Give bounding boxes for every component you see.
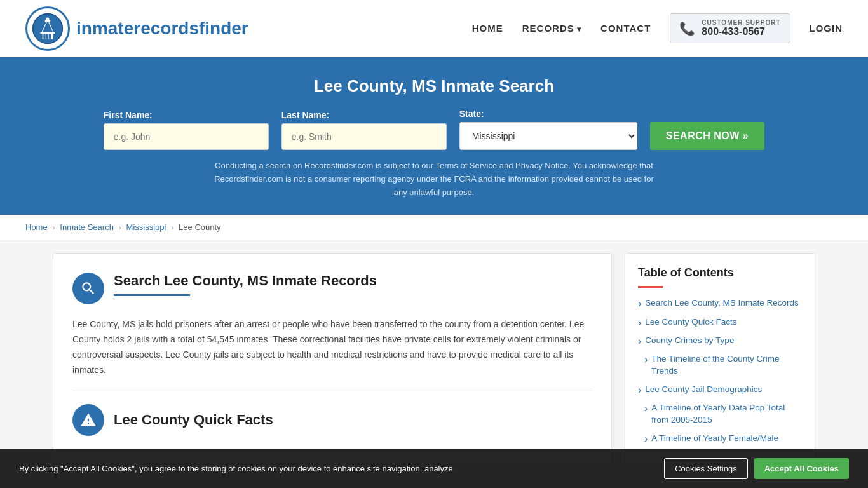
toc-title: Table of Contents — [638, 266, 802, 280]
breadcrumb-sep-1: › — [53, 224, 55, 231]
state-label: State: — [459, 109, 484, 119]
state-group: State: Mississippi Alabama Alaska Arizon… — [459, 109, 637, 150]
support-text: CUSTOMER SUPPORT 800-433-0567 — [702, 19, 780, 37]
toc-link-6[interactable]: A Timeline of Yearly Data Pop Total from… — [638, 402, 802, 426]
toc-link-1[interactable]: Search Lee County, MS Inmate Records — [638, 297, 802, 309]
toc-link-5[interactable]: Lee County Jail Demographics — [638, 384, 802, 396]
toc-link-4[interactable]: The Timeline of the County Crime Trends — [638, 353, 802, 377]
breadcrumb: Home › Inmate Search › Mississippi › Lee… — [0, 215, 868, 240]
search-form: First Name: Last Name: State: Mississipp… — [25, 109, 843, 150]
support-number: 800-433-0567 — [702, 26, 780, 37]
svg-rect-3 — [46, 34, 48, 39]
breadcrumb-inmate-search[interactable]: Inmate Search — [60, 222, 114, 232]
section1-title: Search Lee County, MS Inmate Records — [114, 273, 377, 289]
disclaimer-text: Conducting a search on Recordsfinder.com… — [212, 159, 656, 199]
cookie-buttons: Cookies Settings Accept All Cookies — [664, 458, 849, 477]
site-header: inmaterecordsfinder HOME RECORDS CONTACT… — [0, 0, 868, 57]
first-name-group: First Name: — [104, 110, 269, 150]
logo-text-bold: finder — [199, 18, 248, 38]
content-card: Search Lee County, MS Inmate Records Lee… — [53, 253, 612, 464]
main-container: Search Lee County, MS Inmate Records Lee… — [27, 253, 841, 464]
section-divider — [72, 391, 592, 391]
toc-link-2[interactable]: Lee County Quick Facts — [638, 316, 802, 329]
breadcrumb-state[interactable]: Mississippi — [126, 222, 166, 232]
svg-rect-2 — [43, 34, 45, 39]
logo-area: inmaterecordsfinder — [25, 6, 248, 51]
cookie-settings-button[interactable]: Cookies Settings — [664, 458, 748, 477]
logo-text: inmaterecordsfinder — [76, 18, 248, 39]
warning-icon-circle — [72, 404, 104, 436]
toc-item-3: County Crimes by Type — [638, 335, 802, 347]
sidebar: Table of Contents Search Lee County, MS … — [625, 253, 815, 464]
toc-item-1: Search Lee County, MS Inmate Records — [638, 297, 802, 309]
banner-title: Lee County, MS Inmate Search — [25, 76, 843, 96]
svg-point-8 — [46, 17, 50, 20]
search-banner: Lee County, MS Inmate Search First Name:… — [0, 57, 868, 215]
first-name-label: First Name: — [104, 110, 153, 120]
logo-icon — [25, 6, 70, 51]
nav-records[interactable]: RECORDS — [522, 23, 581, 34]
cookie-banner: By clicking "Accept All Cookies", you ag… — [0, 449, 868, 477]
toc-link-3[interactable]: County Crimes by Type — [638, 335, 802, 347]
logo-text-normal: inmaterecords — [76, 18, 199, 38]
toc-item-4: The Timeline of the County Crime Trends — [638, 353, 802, 377]
section1-header: Search Lee County, MS Inmate Records — [72, 273, 592, 304]
breadcrumb-sep-3: › — [171, 224, 173, 231]
toc-divider — [638, 286, 663, 288]
nav-login[interactable]: LOGIN — [810, 23, 843, 34]
toc-item-2: Lee County Quick Facts — [638, 316, 802, 329]
state-select[interactable]: Mississippi Alabama Alaska Arizona Calif… — [459, 122, 637, 150]
nav-home[interactable]: HOME — [472, 23, 503, 34]
breadcrumb-home[interactable]: Home — [25, 222, 48, 232]
main-nav: HOME RECORDS CONTACT 📞 CUSTOMER SUPPORT … — [472, 13, 843, 43]
nav-support-box[interactable]: 📞 CUSTOMER SUPPORT 800-433-0567 — [670, 13, 790, 43]
support-label: CUSTOMER SUPPORT — [702, 19, 780, 26]
last-name-group: Last Name: — [281, 110, 447, 150]
section1-title-area: Search Lee County, MS Inmate Records — [114, 273, 377, 296]
cookie-text: By clicking "Accept All Cookies", you ag… — [19, 463, 651, 475]
toc-item-5: Lee County Jail Demographics — [638, 384, 802, 396]
section1-body: Lee County, MS jails hold prisoners afte… — [72, 317, 592, 377]
search-icon-circle — [72, 273, 104, 304]
svg-rect-9 — [40, 32, 55, 33]
quick-facts-title: Lee County Quick Facts — [114, 412, 273, 428]
toc-card: Table of Contents Search Lee County, MS … — [625, 253, 815, 464]
cookie-accept-button[interactable]: Accept All Cookies — [754, 458, 849, 477]
toc-item-6: A Timeline of Yearly Data Pop Total from… — [638, 402, 802, 426]
search-button[interactable]: SEARCH NOW » — [650, 122, 764, 150]
breadcrumb-county: Lee County — [179, 222, 221, 232]
last-name-label: Last Name: — [281, 110, 329, 120]
phone-icon: 📞 — [679, 21, 695, 36]
nav-contact[interactable]: CONTACT — [600, 23, 651, 34]
section2-header: Lee County Quick Facts — [72, 404, 592, 436]
toc-list: Search Lee County, MS Inmate Records Lee… — [638, 297, 802, 445]
section1-underline — [114, 294, 190, 296]
breadcrumb-sep-2: › — [119, 224, 121, 231]
last-name-input[interactable] — [281, 123, 447, 150]
svg-rect-4 — [49, 34, 51, 39]
toc-item-7: A Timeline of Yearly Female/Male — [638, 433, 802, 445]
first-name-input[interactable] — [104, 123, 269, 150]
toc-link-7[interactable]: A Timeline of Yearly Female/Male — [638, 433, 802, 445]
